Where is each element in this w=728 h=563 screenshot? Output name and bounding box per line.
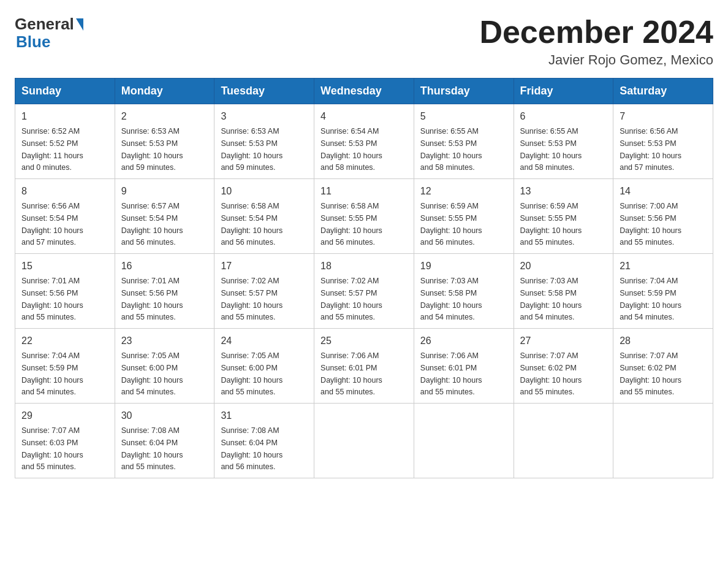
day-info: Sunrise: 7:03 AMSunset: 5:58 PMDaylight:…: [420, 277, 482, 321]
day-number: 17: [221, 259, 308, 274]
day-number: 25: [320, 334, 408, 348]
day-cell: 28 Sunrise: 7:07 AMSunset: 6:02 PMDaylig…: [613, 329, 713, 404]
weekday-header-friday: Friday: [514, 79, 613, 104]
day-cell: 22 Sunrise: 7:04 AMSunset: 5:59 PMDaylig…: [15, 329, 115, 404]
day-cell: 26 Sunrise: 7:06 AMSunset: 6:01 PMDaylig…: [414, 329, 514, 404]
day-cell: 21 Sunrise: 7:04 AMSunset: 5:59 PMDaylig…: [613, 254, 713, 329]
day-info: Sunrise: 7:01 AMSunset: 5:56 PMDaylight:…: [21, 277, 83, 321]
day-info: Sunrise: 6:53 AMSunset: 5:53 PMDaylight:…: [121, 127, 183, 172]
day-info: Sunrise: 6:57 AMSunset: 5:54 PMDaylight:…: [121, 202, 183, 247]
day-cell: 17 Sunrise: 7:02 AMSunset: 5:57 PMDaylig…: [214, 254, 314, 329]
page-header: General Blue December 2024 Javier Rojo G…: [15, 15, 713, 68]
day-cell: 8 Sunrise: 6:56 AMSunset: 5:54 PMDayligh…: [15, 179, 115, 254]
day-number: 4: [320, 109, 408, 124]
weekday-header-tuesday: Tuesday: [214, 79, 314, 104]
day-cell: [414, 404, 514, 478]
day-number: 27: [520, 334, 607, 348]
day-cell: [613, 404, 713, 478]
logo-general-text: General: [15, 15, 74, 34]
day-cell: 7 Sunrise: 6:56 AMSunset: 5:53 PMDayligh…: [613, 104, 713, 179]
day-cell: 31 Sunrise: 7:08 AMSunset: 6:04 PMDaylig…: [214, 404, 314, 478]
day-cell: 19 Sunrise: 7:03 AMSunset: 5:58 PMDaylig…: [414, 254, 514, 329]
day-number: 2: [121, 109, 208, 124]
weekday-header-saturday: Saturday: [613, 79, 713, 104]
day-cell: 4 Sunrise: 6:54 AMSunset: 5:53 PMDayligh…: [314, 104, 414, 179]
day-number: 15: [21, 259, 108, 274]
day-info: Sunrise: 7:03 AMSunset: 5:58 PMDaylight:…: [520, 277, 582, 321]
weekday-header-wednesday: Wednesday: [314, 79, 414, 104]
day-info: Sunrise: 6:59 AMSunset: 5:55 PMDaylight:…: [520, 202, 582, 247]
day-number: 28: [620, 334, 707, 348]
day-info: Sunrise: 6:59 AMSunset: 5:55 PMDaylight:…: [420, 202, 482, 247]
day-info: Sunrise: 7:06 AMSunset: 6:01 PMDaylight:…: [420, 351, 482, 396]
logo-triangle-icon: [76, 18, 83, 31]
day-info: Sunrise: 7:01 AMSunset: 5:56 PMDaylight:…: [121, 277, 183, 321]
day-info: Sunrise: 7:06 AMSunset: 6:01 PMDaylight:…: [320, 351, 382, 396]
day-info: Sunrise: 7:02 AMSunset: 5:57 PMDaylight:…: [221, 277, 282, 321]
day-info: Sunrise: 7:07 AMSunset: 6:02 PMDaylight:…: [520, 351, 582, 396]
day-number: 29: [21, 408, 108, 423]
day-cell: 3 Sunrise: 6:53 AMSunset: 5:53 PMDayligh…: [214, 104, 314, 179]
day-number: 8: [21, 184, 108, 199]
day-cell: 24 Sunrise: 7:05 AMSunset: 6:00 PMDaylig…: [214, 329, 314, 404]
day-cell: 5 Sunrise: 6:55 AMSunset: 5:53 PMDayligh…: [414, 104, 514, 179]
day-info: Sunrise: 6:55 AMSunset: 5:53 PMDaylight:…: [520, 127, 582, 172]
day-info: Sunrise: 7:08 AMSunset: 6:04 PMDaylight:…: [221, 426, 282, 471]
day-info: Sunrise: 7:08 AMSunset: 6:04 PMDaylight:…: [121, 426, 183, 471]
day-number: 22: [21, 334, 108, 348]
day-info: Sunrise: 6:58 AMSunset: 5:54 PMDaylight:…: [221, 202, 282, 247]
day-number: 14: [620, 184, 707, 199]
day-number: 24: [221, 334, 308, 348]
day-cell: 6 Sunrise: 6:55 AMSunset: 5:53 PMDayligh…: [514, 104, 613, 179]
day-cell: 10 Sunrise: 6:58 AMSunset: 5:54 PMDaylig…: [214, 179, 314, 254]
day-info: Sunrise: 6:56 AMSunset: 5:53 PMDaylight:…: [620, 127, 681, 172]
day-cell: 1 Sunrise: 6:52 AMSunset: 5:52 PMDayligh…: [15, 104, 115, 179]
day-info: Sunrise: 6:56 AMSunset: 5:54 PMDaylight:…: [21, 202, 83, 247]
day-number: 11: [320, 184, 408, 199]
day-info: Sunrise: 6:52 AMSunset: 5:52 PMDaylight:…: [21, 127, 83, 172]
title-section: December 2024 Javier Rojo Gomez, Mexico: [479, 15, 713, 68]
calendar-table: SundayMondayTuesdayWednesdayThursdayFrid…: [15, 78, 713, 478]
weekday-header-sunday: Sunday: [15, 79, 115, 104]
day-cell: 30 Sunrise: 7:08 AMSunset: 6:04 PMDaylig…: [115, 404, 214, 478]
day-number: 23: [121, 334, 208, 348]
day-number: 3: [221, 109, 308, 124]
day-cell: 14 Sunrise: 7:00 AMSunset: 5:56 PMDaylig…: [613, 179, 713, 254]
day-info: Sunrise: 6:55 AMSunset: 5:53 PMDaylight:…: [420, 127, 482, 172]
day-number: 5: [420, 109, 507, 124]
day-cell: 16 Sunrise: 7:01 AMSunset: 5:56 PMDaylig…: [115, 254, 214, 329]
weekday-header-thursday: Thursday: [414, 79, 514, 104]
day-number: 20: [520, 259, 607, 274]
day-info: Sunrise: 7:07 AMSunset: 6:02 PMDaylight:…: [620, 351, 681, 396]
day-cell: 15 Sunrise: 7:01 AMSunset: 5:56 PMDaylig…: [15, 254, 115, 329]
logo: General Blue: [15, 15, 85, 52]
day-number: 1: [21, 109, 108, 124]
day-number: 13: [520, 184, 607, 199]
day-number: 19: [420, 259, 507, 274]
day-cell: 9 Sunrise: 6:57 AMSunset: 5:54 PMDayligh…: [115, 179, 214, 254]
day-number: 12: [420, 184, 507, 199]
day-number: 7: [620, 109, 707, 124]
day-cell: 18 Sunrise: 7:02 AMSunset: 5:57 PMDaylig…: [314, 254, 414, 329]
day-cell: 13 Sunrise: 6:59 AMSunset: 5:55 PMDaylig…: [514, 179, 613, 254]
day-number: 21: [620, 259, 707, 274]
logo-blue-text: Blue: [16, 33, 50, 51]
week-row-4: 22 Sunrise: 7:04 AMSunset: 5:59 PMDaylig…: [15, 329, 713, 404]
day-number: 30: [121, 408, 208, 423]
day-number: 9: [121, 184, 208, 199]
day-info: Sunrise: 7:05 AMSunset: 6:00 PMDaylight:…: [121, 351, 183, 396]
day-cell: 29 Sunrise: 7:07 AMSunset: 6:03 PMDaylig…: [15, 404, 115, 478]
day-info: Sunrise: 7:04 AMSunset: 5:59 PMDaylight:…: [620, 277, 681, 321]
day-cell: [314, 404, 414, 478]
day-number: 18: [320, 259, 408, 274]
week-row-3: 15 Sunrise: 7:01 AMSunset: 5:56 PMDaylig…: [15, 254, 713, 329]
month-title: December 2024: [479, 15, 713, 50]
day-cell: 23 Sunrise: 7:05 AMSunset: 6:00 PMDaylig…: [115, 329, 214, 404]
week-row-5: 29 Sunrise: 7:07 AMSunset: 6:03 PMDaylig…: [15, 404, 713, 478]
day-cell: 2 Sunrise: 6:53 AMSunset: 5:53 PMDayligh…: [115, 104, 214, 179]
day-info: Sunrise: 7:04 AMSunset: 5:59 PMDaylight:…: [21, 351, 83, 396]
day-info: Sunrise: 7:02 AMSunset: 5:57 PMDaylight:…: [320, 277, 382, 321]
day-cell: 12 Sunrise: 6:59 AMSunset: 5:55 PMDaylig…: [414, 179, 514, 254]
day-cell: 25 Sunrise: 7:06 AMSunset: 6:01 PMDaylig…: [314, 329, 414, 404]
day-number: 26: [420, 334, 507, 348]
